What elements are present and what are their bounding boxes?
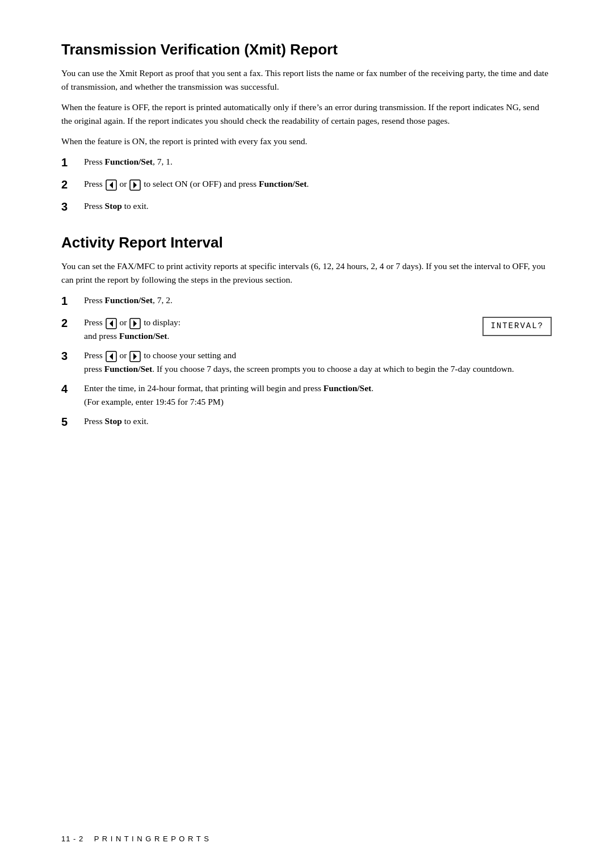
step2-text: Press or to display: and press xyxy=(84,316,454,343)
para-activity-1: You can set the FAX/MFC to print activit… xyxy=(61,259,552,287)
step-number-3: 3 xyxy=(61,198,82,216)
page-footer: 11 - 2 P R I N T I N G R E P O R T S xyxy=(61,835,552,843)
right-arrow-icon-2 xyxy=(129,318,141,329)
left-arrow-icon xyxy=(106,179,117,191)
activity-step-1: 1 Press Function/Set, 7, 2. xyxy=(61,293,552,310)
left-arrow-icon-2 xyxy=(106,318,117,329)
act-step-content-4: Enter the time, in 24-hour format, that … xyxy=(84,381,552,409)
step2-row: Press or to display: and press xyxy=(84,316,552,343)
activity-step-4: 4 Enter the time, in 24-hour format, tha… xyxy=(61,381,552,409)
act-step-number-5: 5 xyxy=(61,413,82,431)
page: Transmission Verification (Xmit) Report … xyxy=(0,0,613,868)
xmit-step-3: 3 Press Stop to exit. xyxy=(61,199,552,216)
act-step-number-2: 2 xyxy=(61,315,82,332)
activity-steps: 1 Press Function/Set, 7, 2. 2 Press xyxy=(61,293,552,431)
svg-marker-1 xyxy=(110,182,113,188)
act-step-content-2: Press or to display: and press xyxy=(84,316,552,343)
footer-chapter: P R I N T I N G R E P O R T S xyxy=(94,835,209,843)
xmit-step-1: 1 Press Function/Set, 7, 1. xyxy=(61,155,552,171)
svg-marker-7 xyxy=(133,320,137,327)
act-step-number-4: 4 xyxy=(61,380,82,398)
step-content-1: Press Function/Set, 7, 1. xyxy=(84,155,552,169)
right-arrow-icon-3 xyxy=(129,351,141,362)
act-step-number-3: 3 xyxy=(61,347,82,365)
para-xmit-3: When the feature is ON, the report is pr… xyxy=(61,135,552,148)
act-step-number-1: 1 xyxy=(61,292,82,310)
lcd-display: INTERVAL? xyxy=(465,317,552,336)
act-step-content-3: Press or to choose your setting and pres… xyxy=(84,349,552,376)
lcd-text: INTERVAL? xyxy=(482,317,552,336)
step-number-1: 1 xyxy=(61,154,82,171)
right-arrow-icon xyxy=(129,179,141,191)
step-content-3: Press Stop to exit. xyxy=(84,199,552,213)
svg-marker-5 xyxy=(110,320,113,327)
xmit-step-2: 2 Press or to select ON (or OFF) and pre… xyxy=(61,177,552,194)
svg-marker-11 xyxy=(133,353,137,360)
svg-marker-9 xyxy=(110,353,113,360)
xmit-steps: 1 Press Function/Set, 7, 1. 2 Press or xyxy=(61,155,552,216)
para-xmit-1: You can use the Xmit Report as proof tha… xyxy=(61,66,552,94)
section-heading-activity: Activity Report Interval xyxy=(61,234,552,251)
left-arrow-icon-3 xyxy=(106,351,117,362)
activity-step-2: 2 Press or xyxy=(61,316,552,343)
svg-marker-3 xyxy=(133,182,137,188)
act-step-content-5: Press Stop to exit. xyxy=(84,414,552,428)
footer-page-ref: 11 - 2 xyxy=(61,835,83,843)
step-content-2: Press or to select ON (or OFF) and press… xyxy=(84,177,552,191)
footer-spacer xyxy=(83,835,94,843)
step-number-2: 2 xyxy=(61,176,82,194)
activity-step-3: 3 Press or to choose your setting and pr… xyxy=(61,349,552,376)
activity-step-5: 5 Press Stop to exit. xyxy=(61,414,552,431)
para-xmit-2: When the feature is OFF, the report is p… xyxy=(61,100,552,128)
section-xmit-report: Transmission Verification (Xmit) Report … xyxy=(61,41,552,216)
section-activity-report: Activity Report Interval You can set the… xyxy=(61,234,552,431)
section-heading-xmit: Transmission Verification (Xmit) Report xyxy=(61,41,552,58)
act-step-content-1: Press Function/Set, 7, 2. xyxy=(84,293,552,307)
